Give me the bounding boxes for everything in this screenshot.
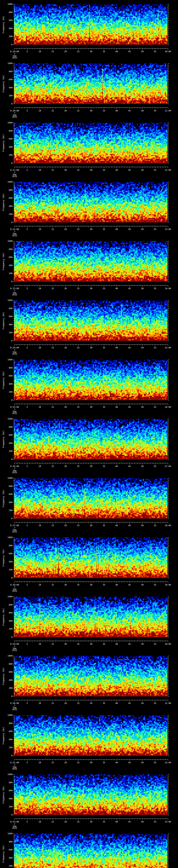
spectrogram-image: [14, 63, 168, 104]
y-tick-right: [168, 316, 169, 317]
y-tick-right: [168, 129, 169, 129]
x-tick: [129, 167, 130, 168]
x-tick: [53, 463, 53, 464]
x-tick-label: 5: [26, 347, 28, 349]
y-tick: [13, 552, 14, 552]
y-tick-right: [168, 578, 169, 578]
spectrogram-image: [14, 774, 168, 815]
x-tick: [124, 404, 125, 405]
x-tick: [78, 760, 79, 761]
x-tick: [135, 107, 135, 108]
x-tick: [88, 582, 89, 582]
y-tick-right: [168, 502, 169, 503]
x-tick: [122, 641, 122, 642]
x-tick: [58, 700, 58, 701]
x-tick: [147, 49, 148, 49]
x-tick-label: 10: [38, 51, 41, 53]
y-tick-label: 600: [5, 730, 12, 733]
y-tick: [13, 92, 14, 92]
x-tick: [163, 582, 163, 582]
x-tick-label: 15: [52, 51, 54, 53]
y-tick: [13, 190, 14, 190]
y-tick-right: [168, 486, 169, 487]
y-tick-right: [168, 69, 169, 70]
start-time-label: 0:25:00: [10, 406, 19, 408]
x-tick: [40, 522, 40, 524]
x-tick-label: 40: [115, 347, 118, 349]
y-tick-right: [168, 508, 169, 509]
x-tick: [96, 641, 96, 642]
y-tick-right: [168, 682, 169, 682]
y-tick: [13, 539, 14, 540]
y-tick-label: 1000: [5, 3, 12, 5]
x-tick: [35, 167, 35, 168]
y-tick-right: [168, 26, 169, 27]
y-tick-right: [168, 439, 169, 439]
y-tick: [13, 163, 14, 163]
y-tick-label: 600: [5, 789, 12, 792]
y-tick-label: 400: [5, 501, 12, 503]
y-tick-right: [168, 480, 169, 480]
spectrogram-figure: Frequency (Hz)02004006008001000510152025…: [0, 0, 178, 868]
y-tick-label: 200: [5, 154, 12, 156]
y-tick: [13, 322, 14, 323]
x-tick-label: 20: [64, 584, 67, 586]
x-tick: [163, 49, 163, 49]
y-tick: [13, 840, 14, 840]
y-tick: [13, 149, 14, 149]
x-tick: [19, 404, 20, 405]
y-tick-right: [168, 858, 169, 858]
y-tick-right: [168, 694, 169, 694]
x-tick-label: 5: [26, 51, 28, 53]
y-tick: [13, 492, 14, 493]
y-tick: [13, 206, 14, 207]
date-line: 2015: [12, 531, 17, 533]
x-tick: [65, 285, 66, 287]
x-tick: [58, 760, 58, 760]
y-tick: [13, 562, 14, 562]
y-tick-label: 0: [5, 695, 12, 698]
x-tick: [104, 345, 104, 346]
x-tick: [35, 404, 35, 405]
x-tick-label: 35: [103, 821, 105, 823]
x-tick: [160, 285, 160, 286]
x-tick-label: 15: [52, 228, 54, 230]
x-tick: [122, 167, 122, 168]
y-tick-right: [168, 125, 169, 125]
y-tick: [13, 104, 14, 104]
x-tick: [127, 167, 127, 168]
y-tick: [13, 574, 14, 574]
x-tick: [168, 404, 168, 405]
y-tick: [13, 202, 14, 203]
x-tick-label: 30: [90, 762, 92, 764]
y-tick: [13, 364, 14, 364]
y-tick-label: 200: [5, 450, 12, 452]
x-tick: [48, 700, 48, 701]
y-tick: [13, 267, 14, 268]
y-tick: [13, 382, 14, 382]
y-tick-right: [168, 690, 169, 690]
y-tick-right: [168, 312, 169, 313]
y-tick: [13, 131, 14, 131]
y-tick-right: [168, 202, 169, 203]
x-tick: [53, 49, 53, 50]
x-tick: [50, 345, 50, 345]
y-tick-right: [168, 20, 169, 21]
x-tick: [163, 167, 163, 168]
x-tick: [112, 107, 112, 108]
x-tick: [163, 522, 163, 523]
date-line: 2015: [12, 57, 17, 59]
y-tick-label: 1000: [5, 773, 12, 775]
y-tick: [13, 611, 14, 611]
x-tick-label: 20: [64, 465, 67, 467]
x-tick: [32, 700, 32, 701]
y-tick-right: [168, 784, 169, 785]
y-tick: [13, 98, 14, 98]
y-tick: [13, 656, 14, 656]
x-tick: [27, 107, 27, 109]
x-tick: [109, 819, 109, 819]
x-tick: [27, 463, 27, 464]
end-time-label: 20:00: [165, 51, 171, 53]
y-tick-label: 1000: [5, 596, 12, 598]
x-tick: [27, 819, 27, 820]
